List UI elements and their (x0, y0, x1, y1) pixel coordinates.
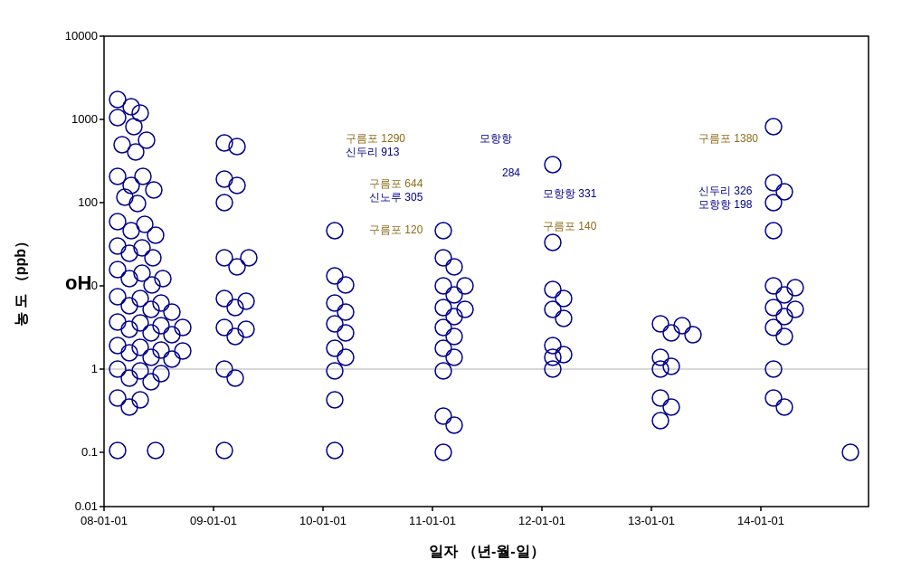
y-tick-label: 10000 (65, 29, 98, 43)
x-tick-label: 11-01-01 (409, 514, 456, 527)
annotation-284: 284 (502, 166, 520, 179)
annotation-mohang-331: 모항항 331 (543, 187, 597, 200)
plot-border (104, 36, 869, 507)
annotation-mohang-198: 모항항 198 (698, 198, 753, 211)
y-axis-label: 농 도 （ppb） (13, 234, 28, 327)
x-axis-label: 일자 （년-월-일） (429, 544, 544, 559)
x-tick-label: 12-01-01 (518, 514, 565, 527)
y-tick-label: 100 (78, 195, 98, 209)
x-tick-label: 10-01-01 (299, 514, 347, 527)
x-tick-label: 13-01-01 (628, 514, 675, 527)
oh-label: oH (65, 271, 91, 294)
y-tick-label: 1000 (71, 112, 98, 126)
chart-svg: 농 도 （ppb） 10000 1000 100 10 1 0.1 0.01 (0, 0, 902, 588)
annotation-gurumpo-140: 구름포 140 (543, 220, 597, 232)
annotation-gurumpo-644: 구름포 644 (369, 177, 423, 190)
y-tick-label: 1 (91, 362, 98, 375)
y-tick-label: 0.01 (75, 499, 98, 513)
annotation-gurumpo-1290: 구름포 1290 (346, 132, 405, 145)
annotation-gurumpo-120: 구름포 120 (369, 223, 423, 236)
annotation-sinnoru-305: 신노루 305 (369, 191, 423, 204)
annotation-gurumpo-1380: 구름포 1380 (698, 132, 758, 145)
annotation-mohang-top: 모항항 (479, 132, 512, 145)
x-tick-label: 09-01-01 (190, 514, 237, 527)
x-tick-label: 14-01-01 (737, 514, 784, 527)
x-tick-label: 08-01-01 (81, 514, 128, 527)
chart-container: 농 도 （ppb） 10000 1000 100 10 1 0.1 0.01 (0, 0, 902, 588)
y-tick-label: 0.1 (81, 445, 98, 459)
annotation-sinduri-913: 신두리 913 (346, 146, 400, 158)
annotation-sinduri-326: 신두리 326 (698, 185, 753, 197)
